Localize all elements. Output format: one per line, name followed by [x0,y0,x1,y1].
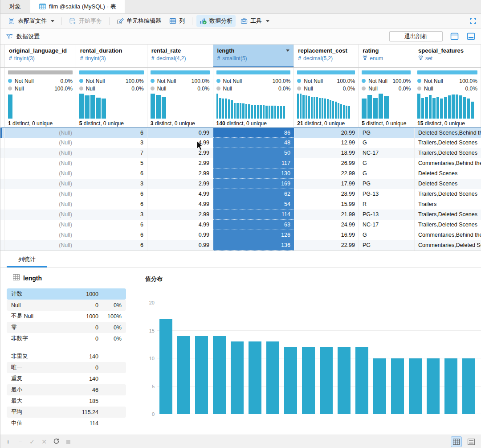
cell-rental_duration[interactable]: 5 [76,158,147,169]
cell-length[interactable]: 136 [213,240,294,251]
table-row[interactable]: (Null)32.9911421.99PG-13Trailers,Deleted… [0,210,481,220]
cell-rental_duration[interactable]: 3 [76,138,147,148]
column-header-original_language_id[interactable]: original_language_id#tinyint(3) [5,45,76,67]
cell-rating[interactable]: PG-13 [359,210,415,220]
cell-original_language_id[interactable]: (Null) [5,138,76,148]
cell-length[interactable]: 169 [213,179,294,189]
cell-length[interactable]: 86 [213,128,294,138]
cell-replacement_cost[interactable]: 22.99 [294,169,359,179]
stat-row-零[interactable]: 零00% [7,322,126,333]
stat-row-最大[interactable]: 最大185 [7,395,126,407]
cell-replacement_cost[interactable]: 17.99 [294,179,359,189]
cell-rating[interactable]: PG-13 [359,189,415,199]
form-view-button[interactable] [465,436,477,447]
cell-replacement_cost[interactable]: 20.99 [294,128,359,138]
cell-rental_duration[interactable]: 3 [76,179,147,189]
table-row[interactable]: (Null)34.994812.99GTrailers,Deleted Scen… [0,138,481,148]
cell-special_features[interactable]: Trailers [415,199,481,210]
cell-rating[interactable]: G [359,138,415,148]
cell-replacement_cost[interactable]: 21.99 [294,210,359,220]
table-row[interactable]: (Null)60.9912616.99GCommentaries,Behind … [0,230,481,240]
stat-row-非重复[interactable]: 非重复140 [7,351,126,362]
stat-row-平均[interactable]: 平均115.24 [7,407,126,418]
columns-button[interactable]: 列 [166,15,188,27]
cell-rental_rate[interactable]: 2.99 [147,169,213,179]
cell-replacement_cost[interactable]: 28.99 [294,189,359,199]
cell-special_features[interactable]: Trailers,Deleted Scenes [415,189,481,199]
cell-rental_rate[interactable]: 0.99 [147,128,213,138]
cell-rental_rate[interactable]: 0.99 [147,240,213,251]
panel-bottom-view-icon[interactable] [466,32,476,41]
cell-special_features[interactable]: Deleted Scenes [415,179,481,189]
tab-objects[interactable]: 对象 [0,0,30,13]
cell-rental_duration[interactable]: 6 [76,128,147,138]
table-row[interactable]: (Null)64.995415.99RTrailers [0,199,481,210]
cell-rating[interactable]: NC-17 [359,148,415,158]
cell-rental_duration[interactable]: 6 [76,169,147,179]
cell-special_features[interactable]: Trailers,Deleted Scenes [415,138,481,148]
cell-special_features[interactable]: Commentaries,Deleted Sc [415,240,481,251]
cell-replacement_cost[interactable]: 16.99 [294,230,359,240]
cell-special_features[interactable]: Trailers,Deleted Scenes [415,148,481,158]
column-header-rating[interactable]: ratingenum [359,45,414,67]
cell-rental_duration[interactable]: 6 [76,199,147,210]
cell-special_features[interactable]: Trailers,Deleted Scenes [415,210,481,220]
cell-rental_rate[interactable]: 4.99 [147,199,213,210]
table-row[interactable]: (Null)64.996228.99PG-13Trailers,Deleted … [0,189,481,199]
cell-rental_duration[interactable]: 6 [76,240,147,251]
stat-row-Null[interactable]: Null00% [7,300,126,311]
table-row[interactable]: (Null)52.9911726.99GCommentaries,Behind … [0,158,481,169]
cell-rating[interactable]: PG [359,240,415,251]
cell-rental_rate[interactable]: 4.99 [147,189,213,199]
cell-original_language_id[interactable]: (Null) [5,220,76,230]
cell-original_language_id[interactable]: (Null) [5,199,76,210]
table-row[interactable]: (Null)62.9913022.99GDeleted Scenes [0,169,481,179]
column-header-rental_rate[interactable]: rental_rate#decimal(4,2) [147,45,213,67]
tab-column-statistics[interactable]: 列统计 [13,251,41,267]
table-row[interactable]: (Null)32.9916917.99PGDeleted Scenes [0,179,481,189]
table-profile-button[interactable]: 表配置文件 [5,15,57,27]
cell-special_features[interactable]: Commentaries,Behind the [415,230,481,240]
data-settings-label[interactable]: 数据设置 [16,33,40,41]
refresh-icon[interactable] [53,438,59,445]
cell-special_features[interactable]: Trailers,Deleted Scenes [415,220,481,230]
cell-original_language_id[interactable]: (Null) [5,230,76,240]
cell-rental_rate[interactable]: 0.99 [147,230,213,240]
cell-rental_duration[interactable]: 3 [76,210,147,220]
add-record-icon[interactable]: + [5,439,11,445]
cell-rating[interactable]: PG [359,128,415,138]
cell-original_language_id[interactable]: (Null) [5,240,76,251]
column-header-rental_duration[interactable]: rental_duration#tinyint(3) [76,45,147,67]
tools-button[interactable]: 工具 [237,15,273,27]
delete-record-icon[interactable]: − [17,439,23,445]
cell-length[interactable]: 50 [213,148,294,158]
exit-profiling-button[interactable]: 退出剖析 [389,31,443,41]
cell-length[interactable]: 63 [213,220,294,230]
cell-replacement_cost[interactable]: 24.99 [294,220,359,230]
cell-rental_rate[interactable]: 2.99 [147,179,213,189]
data-analysis-button[interactable]: 数据分析 [196,15,236,27]
stat-row-中值[interactable]: 中值114 [7,418,126,429]
fullscreen-icon[interactable] [469,17,477,25]
column-header-special_features[interactable]: special_featuresset [414,45,481,67]
cell-editor-button[interactable]: 单元格编辑器 [114,15,164,27]
cell-rating[interactable]: PG [359,179,415,189]
cell-special_features[interactable]: Commentaries,Behind the [415,158,481,169]
stat-row-重复[interactable]: 重复140 [7,373,126,384]
table-row[interactable]: (Null)64.996324.99NC-17Trailers,Deleted … [0,220,481,230]
cell-original_language_id[interactable]: (Null) [5,179,76,189]
table-row[interactable]: (Null)60.998620.99PGDeleted Scenes,Behin… [0,127,481,138]
chevron-down-icon[interactable] [286,49,289,52]
cell-rating[interactable]: G [359,158,415,169]
cell-original_language_id[interactable]: (Null) [5,158,76,169]
cell-original_language_id[interactable]: (Null) [5,148,76,158]
cell-special_features[interactable]: Deleted Scenes [415,169,481,179]
cell-rental_duration[interactable]: 6 [76,220,147,230]
stat-row-不是 Null[interactable]: 不是 Null1000100% [7,311,126,322]
stat-row-非数字[interactable]: 非数字00% [7,333,126,344]
stat-row-唯一[interactable]: 唯一0 [7,362,126,373]
cell-length[interactable]: 62 [213,189,294,199]
cell-replacement_cost[interactable]: 18.99 [294,148,359,158]
grid-view-button[interactable] [451,436,462,447]
cell-length[interactable]: 48 [213,138,294,148]
